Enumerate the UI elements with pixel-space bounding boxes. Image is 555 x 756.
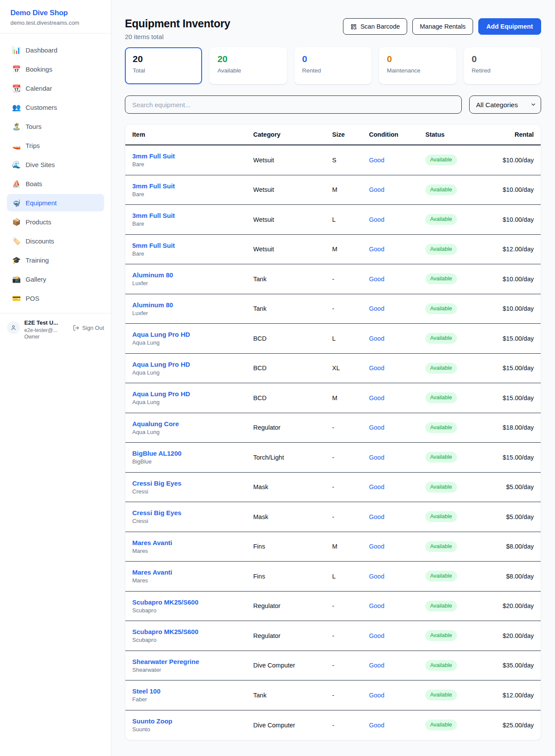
condition-link[interactable]: Good [369, 305, 425, 312]
sidebar-item-label: Boats [26, 180, 42, 187]
sidebar-item-label: Bookings [26, 66, 52, 73]
condition-link[interactable]: Good [369, 246, 425, 253]
stat-label: Available [217, 67, 279, 74]
sidebar-item-dashboard[interactable]: 📊 Dashboard [7, 41, 104, 59]
item-name-link[interactable]: 5mm Full Suit [132, 242, 253, 249]
size-cell: XL [332, 365, 369, 371]
condition-link[interactable]: Good [369, 454, 425, 461]
sidebar-item-discounts[interactable]: 🏷️ Discounts [7, 232, 104, 250]
condition-link[interactable]: Good [369, 483, 425, 490]
condition-link[interactable]: Good [369, 602, 425, 609]
item-brand: Bare [132, 250, 253, 257]
status-badge: Available [425, 363, 457, 374]
stat-value: 0 [472, 54, 533, 64]
category-cell: BCD [253, 365, 332, 371]
table-row: Aqua Lung Pro HD Aqua Lung BCD M Good Av… [125, 383, 541, 413]
sidebar-item-bookings[interactable]: 📅 Bookings [7, 60, 104, 78]
condition-link[interactable]: Good [369, 662, 425, 669]
sidebar: Demo Dive Shop demo.test.divestreams.com… [0, 0, 111, 756]
item-name-link[interactable]: Scubapro MK25/S600 [132, 628, 253, 635]
condition-link[interactable]: Good [369, 216, 425, 223]
condition-link[interactable]: Good [369, 424, 425, 431]
condition-link[interactable]: Good [369, 276, 425, 283]
item-name-link[interactable]: 3mm Full Suit [132, 152, 253, 160]
size-cell: - [332, 692, 369, 699]
item-name-link[interactable]: 3mm Full Suit [132, 182, 253, 190]
condition-link[interactable]: Good [369, 335, 425, 342]
condition-link[interactable]: Good [369, 157, 425, 164]
sidebar-item-training[interactable]: 🎓 Training [7, 251, 104, 269]
status-cell: Available [425, 511, 495, 522]
stat-card[interactable]: 0 Maintenance [379, 47, 456, 84]
table-row: Aqua Lung Pro HD Aqua Lung BCD L Good Av… [125, 324, 541, 354]
condition-link[interactable]: Good [369, 632, 425, 639]
sidebar-item-tours[interactable]: 🏝️ Tours [7, 118, 104, 135]
search-input[interactable] [125, 95, 462, 114]
sidebar-item-equipment[interactable]: 🤿 Equipment [7, 194, 104, 211]
add-equipment-button[interactable]: Add Equipment [478, 18, 541, 35]
table-row: 3mm Full Suit Bare Wetsuit S Good Availa… [125, 145, 541, 175]
avatar [7, 321, 20, 334]
sidebar-item-calendar[interactable]: 📆 Calendar [7, 79, 104, 97]
condition-link[interactable]: Good [369, 692, 425, 699]
sign-out-button[interactable]: Sign Out [73, 319, 104, 331]
item-name-link[interactable]: Aluminum 80 [132, 271, 253, 279]
category-select[interactable]: All Categories [469, 95, 541, 114]
item-cell: BigBlue AL1200 BigBlue [132, 450, 253, 465]
manage-rentals-button[interactable]: Manage Rentals [412, 18, 473, 35]
brand-name: Demo Dive Shop [10, 9, 101, 17]
item-name-link[interactable]: Aqualung Core [132, 420, 253, 427]
item-name-link[interactable]: Steel 100 [132, 687, 253, 695]
condition-link[interactable]: Good [369, 543, 425, 550]
products-icon: 📦 [12, 218, 21, 226]
item-brand: Mares [132, 577, 253, 584]
item-name-link[interactable]: Mares Avanti [132, 539, 253, 546]
item-name-link[interactable]: Scubapro MK25/S600 [132, 598, 253, 606]
item-name-link[interactable]: Shearwater Peregrine [132, 658, 253, 665]
sidebar-item-products[interactable]: 📦 Products [7, 213, 104, 230]
size-cell: M [332, 246, 369, 253]
condition-link[interactable]: Good [369, 365, 425, 371]
condition-link[interactable]: Good [369, 513, 425, 520]
item-cell: Aqualung Core Aqua Lung [132, 420, 253, 435]
item-name-link[interactable]: Mares Avanti [132, 569, 253, 576]
brand-block: Demo Dive Shop demo.test.divestreams.com [0, 0, 111, 33]
filter-row: All Categories [125, 95, 541, 114]
status-cell: Available [425, 422, 495, 433]
item-name-link[interactable]: 3mm Full Suit [132, 212, 253, 219]
item-cell: Aluminum 80 Luxfer [132, 301, 253, 316]
item-name-link[interactable]: Suunto Zoop [132, 717, 253, 725]
sidebar-item-pos[interactable]: 💳 POS [7, 289, 104, 307]
sidebar-item-label: Trips [26, 142, 40, 149]
size-cell: - [332, 276, 369, 283]
sidebar-item-boats[interactable]: ⛵ Boats [7, 175, 104, 192]
item-name-link[interactable]: Aqua Lung Pro HD [132, 331, 253, 338]
stat-value: 20 [217, 54, 279, 64]
condition-link[interactable]: Good [369, 722, 425, 729]
item-name-link[interactable]: Aqua Lung Pro HD [132, 390, 253, 398]
sidebar-item-trips[interactable]: 🚤 Trips [7, 137, 104, 154]
rental-rate: $20.00/day [495, 632, 534, 639]
stat-card[interactable]: 20 Total [125, 47, 202, 84]
condition-link[interactable]: Good [369, 573, 425, 580]
status-badge: Available [425, 571, 457, 582]
training-icon: 🎓 [12, 256, 21, 264]
sidebar-item-gallery[interactable]: 📸 Gallery [7, 270, 104, 288]
scan-barcode-button[interactable]: Scan Barcode [343, 18, 407, 35]
tours-icon: 🏝️ [12, 122, 21, 131]
sidebar-item-dive-sites[interactable]: 🌊 Dive Sites [7, 156, 104, 173]
condition-link[interactable]: Good [369, 186, 425, 193]
item-name-link[interactable]: Aqua Lung Pro HD [132, 361, 253, 368]
item-brand: Mares [132, 548, 253, 554]
stat-card[interactable]: 0 Retired [464, 47, 541, 84]
sidebar-item-customers[interactable]: 👥 Customers [7, 99, 104, 116]
condition-link[interactable]: Good [369, 394, 425, 401]
item-name-link[interactable]: BigBlue AL1200 [132, 450, 253, 457]
stat-card[interactable]: 20 Available [209, 47, 287, 84]
item-name-link[interactable]: Cressi Big Eyes [132, 509, 253, 516]
item-name-link[interactable]: Aluminum 80 [132, 301, 253, 309]
table-row: Cressi Big Eyes Cressi Mask - Good Avail… [125, 473, 541, 503]
item-name-link[interactable]: Cressi Big Eyes [132, 480, 253, 487]
stat-card[interactable]: 0 Rented [294, 47, 372, 84]
category-cell: Wetsuit [253, 157, 332, 164]
